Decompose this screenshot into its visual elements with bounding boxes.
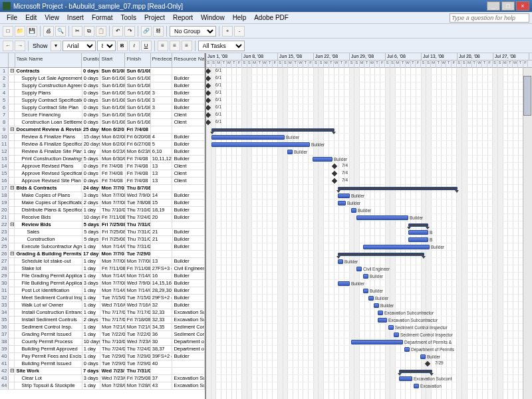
gantt-row[interactable]: Sediment Control Inspector <box>206 331 532 338</box>
gantt-row[interactable]: Excavation Subcontractor <box>206 309 532 317</box>
table-row[interactable]: 31Post Lot Identification1 dayMon 7/14/0… <box>0 287 205 295</box>
task-bar[interactable]: Excavation Subcont <box>399 376 412 381</box>
table-row[interactable]: 40Pay Permit Fees and Excise Taxes1 dayT… <box>0 353 205 360</box>
gantt-row[interactable]: 6/1 <box>206 119 532 126</box>
table-row[interactable]: 8Construction Loan Settlement0 daysSun 6… <box>0 119 205 126</box>
milestone-marker[interactable] <box>206 112 211 118</box>
summary-bar[interactable] <box>408 223 428 227</box>
gantt-row[interactable] <box>206 221 532 229</box>
gantt-row[interactable]: 6/1 <box>206 68 532 75</box>
unlink-icon[interactable]: ⛓ <box>153 26 164 37</box>
task-bar[interactable]: Builder <box>420 354 426 359</box>
font-combo[interactable]: Arial <box>63 41 96 51</box>
close-button[interactable]: × <box>516 1 529 11</box>
minimize-button[interactable]: _ <box>487 1 500 11</box>
timeline-body[interactable]: 6/16/16/16/16/16/16/16/1BuilderBuilderBu… <box>206 68 532 399</box>
copy-icon[interactable]: ⧉ <box>84 26 94 37</box>
gantt-row[interactable]: Builder <box>206 353 532 360</box>
milestone-marker[interactable] <box>206 98 211 103</box>
col-duration[interactable]: Duration <box>82 53 100 67</box>
gantt-row[interactable]: Department of Permits <box>206 346 532 353</box>
table-row[interactable]: 20Distribute Plans & Specifications1 day… <box>0 207 205 214</box>
outdent-icon[interactable]: ← <box>3 41 13 51</box>
grid-body[interactable]: 1⊟Contracts0 daysSun 6/1/08Sun 6/1/082Su… <box>0 68 205 399</box>
fontsize-combo[interactable]: 8 <box>97 41 116 51</box>
gantt-row[interactable]: Builder <box>206 273 532 280</box>
zoom-in-icon[interactable]: + <box>222 26 233 37</box>
summary-bar[interactable] <box>338 187 458 190</box>
summary-bar[interactable] <box>399 370 432 373</box>
task-bar[interactable]: Builder <box>363 274 368 279</box>
undo-icon[interactable]: ↶ <box>112 26 123 37</box>
gantt-row[interactable]: Civil Engineer <box>206 265 532 273</box>
milestone-marker[interactable] <box>206 120 211 125</box>
milestone-marker[interactable] <box>206 90 211 96</box>
zoom-out-icon[interactable]: - <box>234 26 245 37</box>
table-row[interactable]: 44Strip Topsoil & Stockpile1 dayMon 7/28… <box>0 382 205 390</box>
gantt-row[interactable]: 7/4 <box>206 163 532 170</box>
align-right-icon[interactable]: ≡ <box>182 41 192 51</box>
table-row[interactable]: 29File Grading Permit Application1 dayMo… <box>0 273 205 280</box>
table-row[interactable]: 39Building Permit Approved1 dayThu 7/24/… <box>0 346 205 353</box>
gantt-row[interactable] <box>206 185 532 192</box>
menu-view[interactable]: View <box>41 13 63 23</box>
col-finish[interactable]: Finish <box>125 53 150 67</box>
table-row[interactable]: 43Clear Lot3 daysWed 7/23/08Fri 7/25/083… <box>0 375 205 382</box>
task-bar[interactable]: Sediment Control Inspector <box>388 325 394 330</box>
col-resource[interactable]: Resource Name <box>172 53 205 67</box>
table-row[interactable]: 24Construction5 daysFri 7/25/08Thu 7/31/… <box>0 236 205 243</box>
table-row[interactable]: 19Make Copies of Specifications2 daysMon… <box>0 200 205 207</box>
task-bar[interactable]: Builder <box>374 303 379 308</box>
gantt-row[interactable]: 7/29 <box>206 360 532 368</box>
table-row[interactable]: 28Stake lot1 dayFri 7/11/08Fri 7/11/0827… <box>0 265 205 273</box>
help-search-input[interactable] <box>450 13 529 23</box>
table-row[interactable]: 3Supply Construction Agreement0 daysSun … <box>0 82 205 90</box>
task-bar[interactable]: Builder <box>338 201 346 205</box>
gantt-row[interactable]: 6/1 <box>206 97 532 104</box>
task-bar[interactable]: B <box>408 230 428 235</box>
table-row[interactable]: 41Building Permit Issued0 daysTue 7/29/0… <box>0 360 205 368</box>
table-row[interactable]: 16Approve Revised Site Plan0 daysFri 7/4… <box>0 178 205 185</box>
col-taskname[interactable]: Task Name <box>15 53 82 67</box>
new-icon[interactable]: □ <box>3 26 13 37</box>
paste-icon[interactable]: 📋 <box>96 26 106 37</box>
italic-icon[interactable]: I <box>129 41 140 51</box>
task-bar[interactable]: Builder <box>363 289 368 293</box>
gantt-row[interactable]: 7/4 <box>206 178 532 185</box>
menu-window[interactable]: Window <box>197 13 229 23</box>
indent-icon[interactable]: → <box>15 41 25 51</box>
table-row[interactable]: 33Walk Lot w/ Owner1 dayWed 7/16/08Wed 7… <box>0 302 205 309</box>
col-predecessors[interactable]: Predecessors <box>151 53 173 67</box>
task-bar[interactable]: Builder <box>368 296 374 301</box>
gantt-row[interactable]: Builder <box>206 148 532 156</box>
milestone-marker[interactable] <box>206 83 211 88</box>
table-row[interactable]: 10Review & Finalize Plans15 daysMon 6/2/… <box>0 134 205 141</box>
table-row[interactable]: 4Supply Plans0 daysSun 6/1/08Sun 6/1/083… <box>0 90 205 97</box>
task-bar[interactable]: Builder <box>351 208 356 213</box>
gantt-row[interactable]: Builder <box>206 295 532 302</box>
gantt-row[interactable]: Builder <box>206 141 532 148</box>
underline-icon[interactable]: U <box>141 41 152 51</box>
gantt-row[interactable]: 7/4 <box>206 170 532 178</box>
task-bar[interactable]: Excavation Subcontractor <box>378 318 387 323</box>
menu-edit[interactable]: Edit <box>21 13 41 23</box>
cut-icon[interactable]: ✂ <box>72 26 82 37</box>
menu-help[interactable]: Help <box>229 13 251 23</box>
gantt-row[interactable]: Builder <box>206 280 532 287</box>
table-row[interactable]: 25Execute Subcontractor Agreements1 dayM… <box>0 243 205 251</box>
table-row[interactable]: 12Review & Finalize Site Plan1 dayMon 6/… <box>0 148 205 156</box>
table-row[interactable]: 15Approve Revised Specifications0 daysFr… <box>0 170 205 178</box>
group-combo[interactable]: No Group <box>170 26 216 37</box>
gantt-row[interactable]: Builder <box>206 302 532 309</box>
table-row[interactable]: 22⊟Review Bids5 daysFri 7/25/08Thu 7/31/… <box>0 221 205 229</box>
align-left-icon[interactable]: ≡ <box>158 41 168 51</box>
gantt-row[interactable]: Builder <box>206 243 532 251</box>
gantt-row[interactable]: Department of Permits & <box>206 338 532 346</box>
task-bar[interactable]: Builder <box>211 142 310 147</box>
task-bar[interactable]: Builder <box>211 135 285 140</box>
gantt-row[interactable]: Builder <box>206 200 532 207</box>
milestone-marker[interactable] <box>206 68 211 74</box>
task-bar[interactable]: Builder <box>338 281 350 286</box>
table-row[interactable]: 7Secure Financing0 daysSun 6/1/08Sun 6/1… <box>0 112 205 119</box>
menu-file[interactable]: File <box>3 13 21 23</box>
